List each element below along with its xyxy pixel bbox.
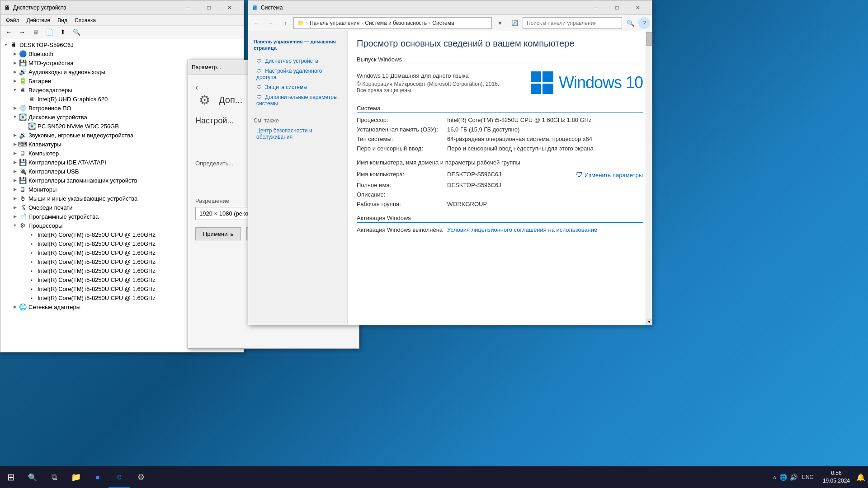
scrollbar-down-button[interactable]: ▼ <box>646 319 652 325</box>
system-main: Просмотр основных сведений о вашем компь… <box>348 31 652 325</box>
system-maximize-button[interactable]: □ <box>607 0 627 15</box>
tree-expand-usb[interactable]: ▶ <box>11 168 19 175</box>
taskbar-search-button[interactable]: 🔍 <box>22 466 43 488</box>
menu-view[interactable]: Вид <box>54 16 71 24</box>
tree-label-mtd: MTD-устройства <box>28 60 73 66</box>
addr-forward-button[interactable]: → <box>264 17 277 29</box>
addr-dropdown-button[interactable]: ▼ <box>494 17 506 29</box>
scrollbar-thumb[interactable] <box>646 32 652 46</box>
tree-expand-storage[interactable]: ▶ <box>11 177 19 184</box>
tree-expand-print[interactable]: ▶ <box>11 204 19 211</box>
processor-value: Intel(R) Core(TM) i5-8250U CPU @ 1.60GHz… <box>447 117 643 123</box>
disk-icon: 💽 <box>19 113 27 121</box>
tree-label-software: Программные устройства <box>28 213 99 220</box>
change-params-button[interactable]: 🛡 Изменить параметры <box>576 171 643 179</box>
display-apply-button[interactable]: Применить <box>195 227 241 240</box>
sidebar-link-device-manager[interactable]: 🛡 Диспетчер устройств <box>248 56 347 66</box>
tree-expand-computer[interactable]: ▶ <box>11 150 19 157</box>
system-minimize-button[interactable]: ─ <box>586 0 607 15</box>
tree-expand-mice[interactable]: ▶ <box>11 195 19 202</box>
language-indicator[interactable]: ENG <box>800 474 816 480</box>
system-body: Панель управления — домашняя страница 🛡 … <box>248 31 652 325</box>
close-button[interactable]: ✕ <box>219 0 240 15</box>
tree-label-computer: Компьютер <box>28 150 59 157</box>
sidebar-main-link[interactable]: Панель управления — домашняя страница <box>248 37 347 52</box>
tree-expand-bluetooth[interactable]: ▶ <box>11 50 19 57</box>
search-input[interactable] <box>523 17 622 29</box>
tree-item-bluetooth[interactable]: ▶ 🔵 Bluetooth <box>2 49 242 58</box>
minimize-button[interactable]: ─ <box>178 0 198 15</box>
toolbar-computer[interactable]: 🖥 <box>29 27 42 38</box>
systray-expand-button[interactable]: ∧ <box>773 474 777 480</box>
tree-expand-sound[interactable]: ▶ <box>11 131 19 139</box>
toolbar-forward[interactable]: → <box>16 27 28 38</box>
intel-gpu-icon: 🖥 <box>28 95 36 103</box>
cpu1-icon: ▪ <box>28 230 36 239</box>
tree-expand-processors[interactable]: ▼ <box>11 222 19 229</box>
settings-taskbar-button[interactable]: ⚙ <box>130 466 152 488</box>
window-controls: ─ □ ✕ <box>178 0 240 15</box>
breadcrumb-part2[interactable]: Система и безопасность <box>365 20 427 26</box>
memory-value: 16,0 ГБ (15,9 ГБ доступно) <box>447 126 643 133</box>
file-explorer-button[interactable]: 📁 <box>65 466 87 488</box>
tree-label-audio: Аудиовходы и аудиовыходы <box>28 69 105 75</box>
tree-expand-audio[interactable]: ▶ <box>11 68 19 75</box>
toolbar-update-driver[interactable]: ⬆ <box>57 27 69 38</box>
toolbar-properties[interactable]: 📄 <box>43 27 56 38</box>
firmware-icon: 💿 <box>19 104 27 112</box>
full-name-label: Полное имя: <box>357 182 447 188</box>
help-button[interactable]: ? <box>638 17 650 29</box>
display-back-button[interactable]: ‹ <box>195 82 198 92</box>
addr-back-button[interactable]: ← <box>250 17 263 29</box>
tree-label-firmware: Встроенное ПО <box>28 105 71 112</box>
sidebar-spacer <box>248 52 347 56</box>
sidebar-link-remote[interactable]: 🛡 Настройка удаленного доступа <box>248 66 347 82</box>
menu-file[interactable]: Файл <box>2 16 23 24</box>
search-button[interactable]: 🔍 <box>624 17 637 29</box>
scrollbar[interactable]: ▼ <box>646 31 652 325</box>
task-view-button[interactable]: ⧉ <box>43 466 65 488</box>
network-status-icon[interactable]: 🌐 <box>779 474 787 481</box>
edge-button[interactable]: e <box>108 466 130 488</box>
device-manager-icon: 🖥 <box>4 4 10 11</box>
tree-expand-software[interactable]: ▶ <box>11 213 19 220</box>
tree-expand-network[interactable]: ▶ <box>11 303 19 310</box>
tree-expand-disk[interactable]: ▼ <box>11 113 19 121</box>
addr-up-button[interactable]: ↑ <box>279 17 292 29</box>
taskbar-app-icons: ⧉ 📁 ● e ⚙ <box>43 466 152 488</box>
taskbar-clock[interactable]: 0:56 19.05.2024 <box>819 469 854 485</box>
system-close-button[interactable]: ✕ <box>627 0 648 15</box>
sidebar-link-advanced[interactable]: 🛡 Дополнительные параметры системы <box>248 92 347 108</box>
tree-expand-video[interactable]: ▼ <box>11 86 19 94</box>
start-icon: ⊞ <box>7 472 15 483</box>
maximize-button[interactable]: □ <box>198 0 219 15</box>
activation-link[interactable]: Условия лицензионного соглашения на испо… <box>447 226 597 233</box>
toolbar-scan[interactable]: 🔍 <box>70 27 83 38</box>
cpu7-icon: ▪ <box>28 285 36 293</box>
menu-action[interactable]: Действие <box>23 16 54 24</box>
notification-button[interactable]: 🔔 <box>854 466 868 488</box>
sidebar-link-security-center[interactable]: Центр безопасности и обслуживания <box>248 126 347 142</box>
volume-icon[interactable]: 🔊 <box>790 474 797 481</box>
tree-expand-keyboard[interactable]: ▶ <box>11 141 19 148</box>
sidebar-link-protection[interactable]: 🛡 Защита системы <box>248 82 347 92</box>
tree-expand-ide[interactable]: ▶ <box>11 159 19 166</box>
tree-expand-mtd[interactable]: ▶ <box>11 59 19 66</box>
chrome-button[interactable]: ● <box>87 466 108 488</box>
toolbar-back[interactable]: ← <box>2 27 15 38</box>
tree-expand-battery[interactable]: ▶ <box>11 77 19 84</box>
sidebar-shield-icon4: 🛡 <box>256 94 262 100</box>
windows-flag <box>531 71 553 94</box>
tree-expand-firmware[interactable]: ▶ <box>11 104 19 112</box>
system-addressbar: ← → ↑ 📁 › Панель управления › Система и … <box>248 15 652 31</box>
settings-taskbar-icon: ⚙ <box>137 472 145 482</box>
start-button[interactable]: ⊞ <box>0 466 22 488</box>
menu-help[interactable]: Справка <box>71 16 99 24</box>
breadcrumb-part1[interactable]: Панель управления <box>310 20 359 26</box>
tree-expand-root[interactable]: ▼ <box>2 41 9 48</box>
tree-root[interactable]: ▼ 🖥 DESKTOP-S596C6J <box>2 40 242 49</box>
addr-refresh-button[interactable]: 🔄 <box>508 17 521 29</box>
windows10-logo: Windows 10 <box>531 71 643 94</box>
tree-expand-monitors[interactable]: ▶ <box>11 186 19 193</box>
pen-value: Перо и сенсорный ввод недоступны для это… <box>447 145 643 152</box>
